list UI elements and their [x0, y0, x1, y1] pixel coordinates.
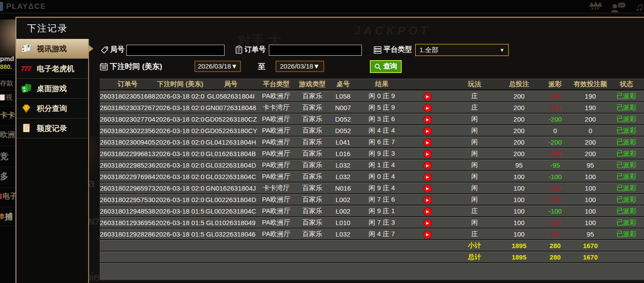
- payout-cell: 200: [538, 150, 573, 157]
- replay-button[interactable]: ▶: [424, 162, 431, 169]
- deposit-button: 存款: [0, 79, 16, 88]
- sidebar-item-table-games[interactable]: 桌面游戏: [16, 79, 88, 99]
- table-cell: 2026-03-18 02:05:00: [155, 138, 205, 146]
- table-cell: 100: [500, 173, 537, 180]
- table-cell: 100: [500, 196, 537, 203]
- status-cell: 已派彩: [608, 126, 644, 135]
- status-cell: 已派彩: [608, 172, 644, 181]
- date-from-picker[interactable]: 2026/03/18▼: [194, 61, 241, 72]
- replay-button[interactable]: ▶: [424, 219, 431, 227]
- replay-cell: ▶: [407, 138, 449, 146]
- replay-button[interactable]: ▶: [424, 93, 431, 100]
- search-button[interactable]: 查询: [370, 60, 402, 73]
- replay-button[interactable]: ▶: [424, 185, 431, 192]
- order-id-input[interactable]: [269, 45, 362, 56]
- table-cell: GN0162631804J: [205, 184, 256, 192]
- replay-button[interactable]: ▶: [424, 150, 431, 158]
- table-cell: 闲 0 庄 9: [357, 92, 406, 100]
- replay-button[interactable]: ▶: [424, 231, 431, 238]
- table-cell: 1670: [573, 242, 608, 249]
- status-cell: 已派彩: [608, 195, 644, 204]
- table-header-cell: 派彩: [538, 80, 573, 88]
- table-cell: 闲: [449, 149, 500, 158]
- table-cell: 闲 9 庄 1: [357, 207, 406, 215]
- table-cell: PA欧洲厅: [257, 149, 295, 158]
- payout-cell: 190: [538, 104, 573, 111]
- platform-select[interactable]: 1.全部 ▼: [415, 44, 509, 56]
- payout-cell: 100: [538, 184, 573, 192]
- replay-cell: ▶: [407, 161, 449, 169]
- status-cell: 已派彩: [608, 115, 644, 123]
- table-header-cell: 订单号: [100, 80, 155, 88]
- vip-icon[interactable]: VIP: [586, 1, 605, 11]
- balance-label: 880.: [0, 63, 16, 70]
- table-cell: D052: [329, 115, 357, 123]
- date-to-picker[interactable]: 2026/03/18▼: [275, 61, 324, 72]
- table-cell: 庄: [449, 207, 500, 215]
- music-icon[interactable]: ♫: [632, 0, 644, 13]
- replay-button[interactable]: ▶: [424, 196, 431, 204]
- table-cell: 260318022957530: [100, 196, 155, 203]
- table-cell: 百家乐: [295, 92, 329, 100]
- bu-bg-label: 捕: [5, 212, 13, 221]
- table-empty-row: [100, 263, 644, 281]
- table-cell: L041: [329, 138, 357, 146]
- table-cell: 庄: [449, 230, 500, 238]
- table-cell: 100: [500, 207, 537, 215]
- payout-cell: 100: [538, 196, 573, 203]
- table-cell: PA欧洲厅: [257, 230, 295, 238]
- table-cell: 闲: [449, 195, 500, 204]
- sidebar-item-slots[interactable]: 777 电子老虎机: [16, 59, 88, 79]
- table-cell: 闲: [449, 161, 500, 169]
- status-cell: 已派彩: [608, 149, 644, 158]
- logo-fragment-icon: [0, 2, 3, 11]
- table-cell: 95: [573, 161, 608, 169]
- payout-cell: -95: [538, 161, 573, 169]
- table-cell: 百家乐: [295, 172, 329, 181]
- platform-type-label: 平台类型: [373, 45, 412, 54]
- table-cell: 1895: [500, 253, 537, 261]
- top-bar: PLAYΔCE VIP ♫: [0, 0, 644, 13]
- username-label: pmd: [0, 55, 16, 62]
- table-cell: 闲 4 庄 4: [357, 126, 406, 135]
- status-cell: 已派彩: [608, 138, 644, 146]
- search-icon: [374, 63, 381, 70]
- status-cell: 已派彩: [608, 161, 644, 169]
- replay-button[interactable]: ▶: [424, 139, 431, 146]
- calendar-icon: [100, 62, 108, 71]
- table-row: 2603180129485382026-03-18 01:59:44GL0022…: [100, 206, 644, 217]
- table-cell: 260318022965973: [100, 184, 155, 192]
- gem-icon: [21, 103, 33, 114]
- replay-button[interactable]: ▶: [424, 127, 431, 135]
- table-header-cell: 玩法: [449, 80, 500, 88]
- replay-button[interactable]: ▶: [424, 173, 431, 181]
- table-cell: 260318023051688: [100, 92, 155, 100]
- table-cell: 闲 3 庄 6: [357, 115, 406, 123]
- sidebar-item-credit-records[interactable]: 额度记录: [16, 119, 88, 138]
- game-id-input[interactable]: [126, 45, 225, 56]
- replay-button[interactable]: ▶: [424, 104, 431, 112]
- replay-button[interactable]: ▶: [424, 116, 431, 123]
- chat-icon[interactable]: [609, 2, 627, 12]
- table-cell: 卡卡湾厅: [257, 103, 295, 112]
- table-total-row: 总计18952801670: [100, 252, 644, 263]
- table-cell: L058: [329, 92, 357, 100]
- table-cell: PA欧洲厅: [257, 218, 295, 227]
- sidebar-item-live-games[interactable]: 9 K♥ 视讯游戏: [16, 39, 88, 59]
- table-cell: 200: [573, 138, 608, 146]
- table-header-cell: 局号: [205, 80, 256, 88]
- table-row: 2603180230277042026-03-18 02:06:34GD0522…: [100, 114, 644, 125]
- payout-cell: -200: [538, 138, 573, 146]
- table-cell: 200: [500, 92, 537, 100]
- table-cell: 闲: [449, 218, 500, 227]
- table-cell: GL0322631804D: [205, 161, 256, 169]
- table-cell: 百家乐: [295, 115, 329, 123]
- sidebar-item-label: 积分查询: [37, 103, 67, 114]
- slots-777-icon: 777: [21, 63, 33, 74]
- sidebar-item-points[interactable]: 积分查询: [16, 99, 88, 119]
- sidebar-item-label: 电子老虎机: [37, 64, 74, 74]
- bet-time-label: 下注时间 (美东): [100, 61, 162, 72]
- replay-button[interactable]: ▶: [424, 208, 431, 215]
- table-cell: 闲 4 庄 7: [357, 230, 406, 238]
- sidebar-item-label: 桌面游戏: [37, 84, 67, 94]
